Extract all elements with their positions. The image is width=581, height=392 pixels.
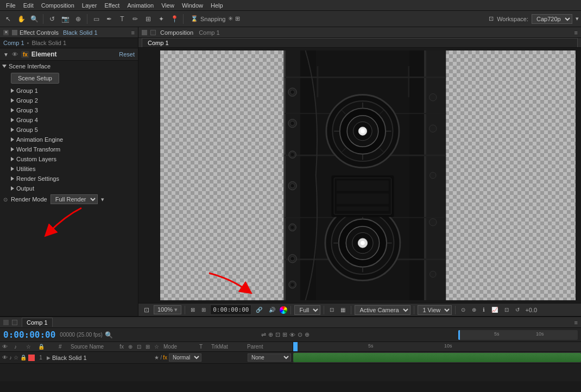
zoom-tool[interactable]: 🔍 xyxy=(28,13,40,25)
snap-options-icon[interactable]: ✳ xyxy=(228,15,233,22)
comp-panel-menu[interactable]: ≡ xyxy=(574,29,578,36)
utilities-arrow[interactable] xyxy=(11,167,14,171)
render-mode-dropdown[interactable]: Full Render Preview Wireframe xyxy=(50,194,98,204)
menu-help[interactable]: Help xyxy=(207,0,227,10)
scene-interface-header[interactable]: Scene Interface xyxy=(0,62,138,71)
world-transform-item[interactable]: World Transform xyxy=(9,144,138,154)
comp-viewer[interactable] xyxy=(138,48,581,303)
tl-li-fx[interactable]: fx xyxy=(163,355,167,361)
render-region-btn[interactable]: ⊕ xyxy=(470,306,478,314)
tl-li-slash[interactable]: / xyxy=(160,355,162,361)
orbit-tool[interactable]: ⊕ xyxy=(72,13,84,25)
panel-menu-btn[interactable]: ≡ xyxy=(131,29,135,36)
rect-tool[interactable]: ▭ xyxy=(90,13,102,25)
brush-tool[interactable]: ✏ xyxy=(129,13,141,25)
custom-layers-item[interactable]: Custom Layers xyxy=(9,154,138,164)
viewer-reset-btn[interactable]: ↺ xyxy=(513,306,522,314)
viewer-info-btn[interactable]: ℹ xyxy=(481,306,487,314)
timeline-tab-1[interactable]: Comp 1 xyxy=(22,318,53,327)
group-2-arrow[interactable] xyxy=(11,98,14,103)
ctrl-icon-4[interactable]: ⊞ xyxy=(282,331,287,338)
tl-expand-btn[interactable]: ▶ xyxy=(47,355,50,361)
quality-dropdown[interactable]: Full xyxy=(294,305,320,315)
tl-parent-dropdown[interactable]: None xyxy=(248,353,291,362)
render-settings-item[interactable]: Render Settings xyxy=(9,174,138,184)
custom-layers-arrow[interactable] xyxy=(11,157,14,161)
viewer-lock-btn[interactable]: 🔗 xyxy=(254,306,264,314)
workspace-dropdown[interactable]: Cap720p xyxy=(532,14,572,24)
puppet-tool[interactable]: ✦ xyxy=(155,13,167,25)
viewer-grid-btn[interactable]: ⊞ xyxy=(199,306,208,314)
menu-view[interactable]: View xyxy=(157,0,178,10)
animation-engine-item[interactable]: Animation Engine xyxy=(9,135,138,144)
render-settings-arrow[interactable] xyxy=(11,176,14,181)
group-3-item[interactable]: Group 3 xyxy=(9,105,138,115)
output-arrow[interactable] xyxy=(11,186,14,191)
group-1-item[interactable]: Group 1 xyxy=(9,86,138,96)
ctrl-icon-5[interactable]: 👁 xyxy=(289,332,295,338)
camera-dropdown[interactable]: Active Camera xyxy=(355,305,411,315)
ctrl-icon-3[interactable]: ⊡ xyxy=(275,331,280,338)
timeline-menu[interactable]: ≡ xyxy=(574,319,578,326)
menu-animation[interactable]: Animation xyxy=(123,0,157,10)
group-2-item[interactable]: Group 2 xyxy=(9,96,138,105)
menu-file[interactable]: File xyxy=(2,0,20,10)
snap-grid-icon[interactable]: ⊞ xyxy=(235,15,240,22)
viewer-resize-btn[interactable]: ⊠ xyxy=(188,306,197,314)
hand-tool[interactable]: ✋ xyxy=(15,13,27,25)
timeline-search-btn[interactable]: 🔍 xyxy=(105,331,113,339)
world-transform-arrow[interactable] xyxy=(11,147,14,151)
effect-vis-icon[interactable]: 👁 xyxy=(12,51,18,58)
effect-expand-arrow[interactable]: ▼ xyxy=(3,52,9,58)
ctrl-icon-1[interactable]: ⇌ xyxy=(261,331,266,338)
tl-solo-btn[interactable]: ☆ xyxy=(14,355,18,361)
group-4-item[interactable]: Group 4 xyxy=(9,115,138,125)
pin-tool[interactable]: 📍 xyxy=(168,13,180,25)
menu-layer[interactable]: Layer xyxy=(78,0,101,10)
group-3-arrow[interactable] xyxy=(11,108,14,112)
utilities-item[interactable]: Utilities xyxy=(9,164,138,174)
group-1-arrow[interactable] xyxy=(11,88,14,93)
viewer-toggle-transparency[interactable]: ▦ xyxy=(338,306,348,314)
menu-effect[interactable]: Effect xyxy=(100,0,123,10)
text-tool[interactable]: T xyxy=(116,13,128,25)
group-4-arrow[interactable] xyxy=(11,118,14,122)
reset-button[interactable]: Reset xyxy=(119,51,135,58)
ctrl-icon-6[interactable]: ⊙ xyxy=(298,331,302,338)
mini-timeline[interactable]: 5s 10s xyxy=(458,330,578,340)
stamp-tool[interactable]: ⊞ xyxy=(142,13,154,25)
viewer-render-btn[interactable]: ⊡ xyxy=(502,306,511,314)
tl-mode-dropdown[interactable]: Normal xyxy=(169,353,201,362)
menu-window[interactable]: Window xyxy=(178,0,207,10)
group-5-item[interactable]: Group 5 xyxy=(9,125,138,135)
scene-interface-arrow[interactable] xyxy=(2,65,7,68)
ctrl-icon-2[interactable]: ⊕ xyxy=(268,331,273,338)
animation-engine-arrow[interactable] xyxy=(11,137,14,142)
tl-li-star[interactable]: ★ xyxy=(154,355,159,361)
render-settings-btn[interactable]: ⊙ xyxy=(459,306,468,314)
tl-eye-btn[interactable]: 👁 xyxy=(2,355,8,361)
color-picker[interactable] xyxy=(280,306,287,314)
tl-lock-btn[interactable]: 🔒 xyxy=(20,355,27,361)
pen-tool[interactable]: ✒ xyxy=(103,13,115,25)
group-5-arrow[interactable] xyxy=(11,128,14,132)
ctrl-icon-7[interactable]: ⊕ xyxy=(305,331,310,338)
viewer-mute-btn[interactable]: 🔊 xyxy=(267,306,277,314)
selection-tool[interactable]: ↖ xyxy=(2,13,14,25)
panel-close-btn[interactable]: ✕ xyxy=(3,30,9,35)
tl-color-swatch[interactable] xyxy=(28,355,35,361)
comp-tab-1[interactable]: Comp 1 xyxy=(142,38,578,47)
rotation-tool[interactable]: ↺ xyxy=(46,13,58,25)
render-mode-dropdown-arrow[interactable]: ▾ xyxy=(101,196,104,203)
tl-audio-btn[interactable]: ♪ xyxy=(9,355,12,361)
camera-tool[interactable]: 📷 xyxy=(59,13,71,25)
zoom-display[interactable]: 100% ▾ xyxy=(154,305,181,314)
viewer-graph-btn[interactable]: 📈 xyxy=(489,306,500,314)
menu-composition[interactable]: Composition xyxy=(37,0,78,10)
workspace-expand[interactable]: ▾ xyxy=(576,15,579,22)
viewer-expand-btn[interactable]: ⊡ xyxy=(142,305,151,315)
scene-setup-button[interactable]: Scene Setup xyxy=(11,73,59,84)
menu-edit[interactable]: Edit xyxy=(20,0,37,10)
view-count-dropdown[interactable]: 1 View xyxy=(418,305,452,315)
viewer-fast-preview[interactable]: ⊡ xyxy=(327,306,336,314)
